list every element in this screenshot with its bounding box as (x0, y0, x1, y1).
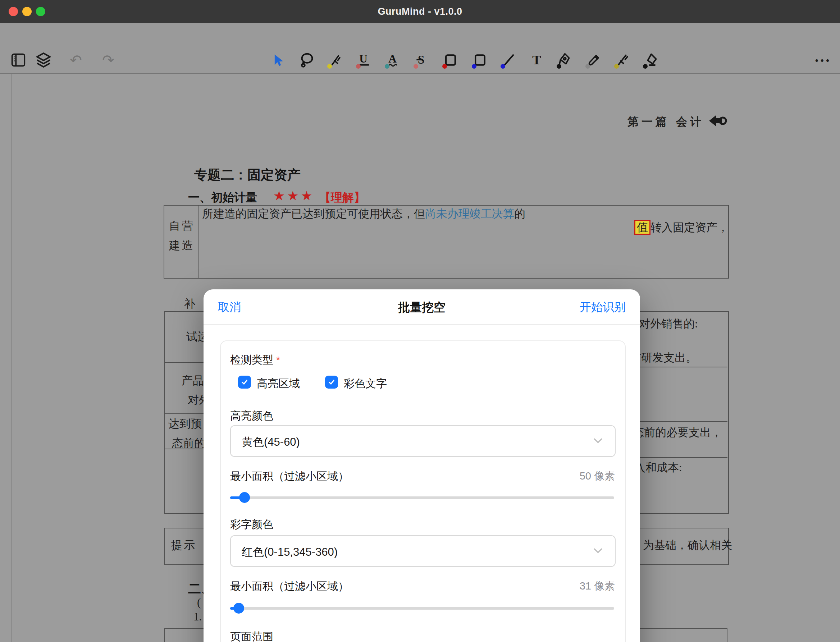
text-color-label: 彩字颜色 (230, 517, 273, 532)
modal-form-card: 检测类型* 高亮区域 彩色文字 高亮颜色 黄色(45-60) 最小面积（过滤小区… (220, 340, 626, 642)
modal-title: 批量挖空 (204, 300, 640, 316)
min-area-text-slider[interactable] (230, 602, 614, 614)
doc-table2-c2a: 产品 (182, 373, 204, 388)
checkbox-color-text-label[interactable]: 彩色文字 (344, 376, 387, 391)
doc-tip-label: 提示 (171, 538, 196, 553)
modal-header: 取消 批量挖空 开始识别 (204, 289, 640, 324)
back-arrow-icon (708, 113, 728, 128)
text-color-value: 红色(0-15,345-360) (242, 545, 338, 560)
detect-type-label: 检测类型* (230, 353, 280, 367)
doc-subject-label: 会计 (676, 114, 704, 130)
min-area-text-label: 最小面积（过滤小区域） (230, 579, 349, 594)
doc-table2-r4: 入和成本: (634, 460, 682, 475)
checkbox-color-text[interactable] (325, 376, 338, 389)
doc-table2-r3: 态前的必要支出， (633, 425, 722, 440)
text-color-select[interactable]: 红色(0-15,345-360) (230, 535, 616, 567)
doc-fragment-bu: 补 (184, 296, 195, 311)
doc-table2-c3b: 态前的 (172, 436, 205, 451)
doc-section-title: 一、初始计量 (188, 190, 257, 206)
page-range-label: 页面范围 (230, 629, 273, 642)
doc-table1-divider (198, 205, 198, 278)
document-viewport: 第一篇 会计 专题二：固定资产 一、初始计量 ★★★ 【理解】 自营 建造 所建… (0, 74, 840, 642)
batch-blank-modal: 取消 批量挖空 开始识别 检测类型* 高亮区域 彩色文字 高亮颜色 (204, 289, 640, 642)
start-recognition-button[interactable]: 开始识别 (580, 300, 626, 315)
highlight-color-value: 黄色(45-60) (242, 434, 300, 450)
doc-table1-label: 自营 (169, 219, 195, 233)
doc-tip-right: 为基础，确认相关 (643, 538, 732, 553)
min-area-text-value: 31 像素 (580, 579, 615, 593)
doc-table1-label2: 建造 (169, 238, 195, 253)
doc-table2-c3a: 达到预 (168, 416, 202, 431)
min-area-highlight-label: 最小面积（过滤小区域） (230, 469, 349, 484)
doc-table1-row-text: 所建造的固定资产已达到预定可使用状态，但尚未办理竣工决算的 (202, 206, 525, 221)
doc-topic-title: 专题二：固定资产 (194, 166, 301, 184)
min-area-highlight-slider[interactable] (230, 491, 614, 504)
min-area-highlight-value: 50 像素 (580, 469, 615, 483)
doc-heading2-item: 1. (193, 610, 202, 623)
doc-highlighted-text: 值转入固定资产， (634, 220, 728, 235)
chevron-down-icon (594, 438, 603, 444)
highlight-color-label: 高亮颜色 (230, 409, 273, 423)
checkbox-highlight-area[interactable] (238, 376, 251, 389)
slider-thumb[interactable] (234, 603, 244, 614)
checkbox-highlight-area-label[interactable]: 高亮区域 (257, 376, 300, 391)
doc-section-stars: ★★★ (273, 188, 315, 203)
doc-part-label: 第一篇 (628, 114, 670, 130)
doc-heading2-paren: ( (197, 596, 201, 609)
doc-section-tag: 【理解】 (319, 190, 365, 206)
highlight-color-select[interactable]: 黄色(45-60) (230, 425, 616, 457)
modal-header-divider (204, 324, 640, 324)
chevron-down-icon (594, 548, 603, 554)
slider-thumb[interactable] (239, 492, 250, 503)
